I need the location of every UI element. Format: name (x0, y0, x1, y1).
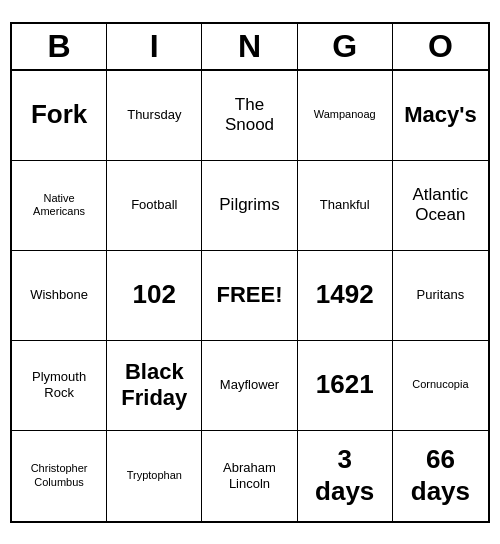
cell-text: Thursday (127, 107, 181, 123)
cell-text: NativeAmericans (33, 192, 85, 218)
bingo-cell: Wampanoag (298, 71, 393, 161)
bingo-cell: 1492 (298, 251, 393, 341)
cell-text: Wishbone (30, 287, 88, 303)
bingo-cell: Tryptophan (107, 431, 202, 521)
bingo-cell: Cornucopia (393, 341, 488, 431)
header-letter: O (393, 24, 488, 69)
cell-text: AtlanticOcean (413, 185, 469, 226)
cell-text: Puritans (417, 287, 465, 303)
header-letter: I (107, 24, 202, 69)
cell-text: Macy's (404, 102, 477, 128)
cell-text: BlackFriday (121, 359, 187, 412)
bingo-cell: Thursday (107, 71, 202, 161)
bingo-cell: 3days (298, 431, 393, 521)
bingo-cell: AtlanticOcean (393, 161, 488, 251)
cell-text: Mayflower (220, 377, 279, 393)
bingo-header: BINGO (12, 24, 488, 71)
bingo-cell: Fork (12, 71, 107, 161)
bingo-grid: ForkThursdayTheSnoodWampanoagMacy'sNativ… (12, 71, 488, 521)
bingo-cell: NativeAmericans (12, 161, 107, 251)
cell-text: Cornucopia (412, 378, 468, 391)
bingo-cell: 1621 (298, 341, 393, 431)
cell-text: 1621 (316, 369, 374, 400)
cell-text: TheSnood (225, 95, 274, 136)
cell-text: 102 (133, 279, 176, 310)
bingo-cell: Thankful (298, 161, 393, 251)
cell-text: 1492 (316, 279, 374, 310)
cell-text: 66days (411, 444, 470, 506)
cell-text: 3days (315, 444, 374, 506)
bingo-cell: TheSnood (202, 71, 297, 161)
cell-text: Thankful (320, 197, 370, 213)
bingo-cell: Football (107, 161, 202, 251)
bingo-cell: AbrahamLincoln (202, 431, 297, 521)
bingo-card: BINGO ForkThursdayTheSnoodWampanoagMacy'… (10, 22, 490, 523)
cell-text: PlymouthRock (32, 369, 86, 400)
cell-text: Tryptophan (127, 469, 182, 482)
header-letter: N (202, 24, 297, 69)
cell-text: Wampanoag (314, 108, 376, 121)
bingo-cell: Mayflower (202, 341, 297, 431)
bingo-cell: Puritans (393, 251, 488, 341)
bingo-cell: Pilgrims (202, 161, 297, 251)
bingo-cell: BlackFriday (107, 341, 202, 431)
header-letter: B (12, 24, 107, 69)
cell-text: FREE! (216, 282, 282, 308)
cell-text: AbrahamLincoln (223, 460, 276, 491)
bingo-cell: FREE! (202, 251, 297, 341)
cell-text: ChristopherColumbus (31, 462, 88, 488)
bingo-cell: 66days (393, 431, 488, 521)
cell-text: Football (131, 197, 177, 213)
bingo-cell: 102 (107, 251, 202, 341)
bingo-cell: PlymouthRock (12, 341, 107, 431)
header-letter: G (298, 24, 393, 69)
cell-text: Pilgrims (219, 195, 279, 215)
bingo-cell: Macy's (393, 71, 488, 161)
bingo-cell: Wishbone (12, 251, 107, 341)
bingo-cell: ChristopherColumbus (12, 431, 107, 521)
cell-text: Fork (31, 99, 87, 130)
